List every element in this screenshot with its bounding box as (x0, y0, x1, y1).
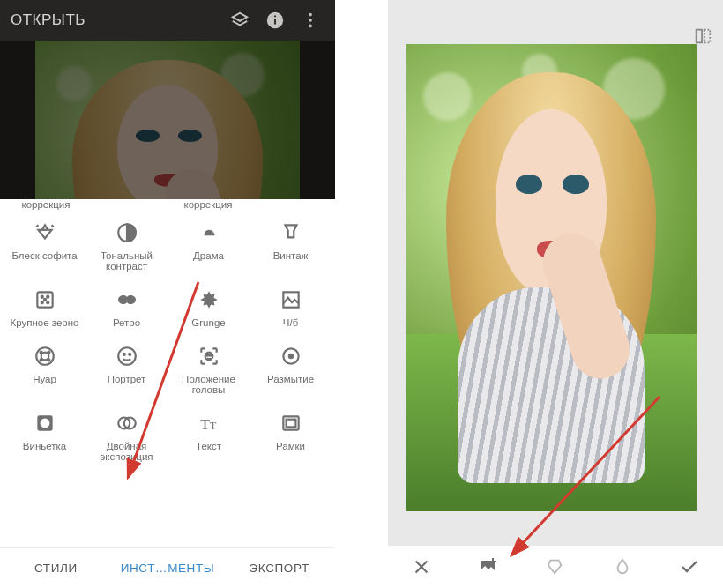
svg-point-19 (48, 359, 49, 361)
svg-point-14 (36, 347, 54, 365)
svg-point-18 (40, 359, 41, 361)
tools-screen: ОТКРЫТЬ коррекция коррекция (0, 0, 335, 588)
grain-icon (33, 287, 57, 312)
frames-icon (279, 411, 303, 435)
tool-grunge[interactable]: Grunge (168, 286, 250, 330)
tool-label: Текст (196, 441, 221, 451)
tool-bw[interactable]: Ч/б (250, 286, 332, 330)
blend-mode-button[interactable] (536, 547, 575, 586)
svg-point-16 (40, 352, 41, 354)
noir-icon (33, 344, 57, 368)
tool-noir[interactable]: Нуар (4, 342, 86, 397)
svg-point-8 (41, 296, 42, 298)
svg-point-27 (287, 354, 294, 360)
photo-frame[interactable] (406, 44, 697, 511)
svg-point-25 (209, 354, 211, 356)
tool-label: Рамки (276, 441, 305, 451)
opacity-button[interactable] (603, 547, 642, 586)
grunge-icon (197, 287, 221, 312)
partial-label: коррекция (169, 199, 247, 210)
tool-portrait[interactable]: Портрет (86, 342, 168, 397)
tool-label: Драма (193, 250, 224, 261)
canvas-area (388, 0, 723, 547)
tool-double-exposure[interactable]: Двойная экспозиция (86, 409, 168, 464)
main-photo (406, 44, 697, 511)
tool-label: Ретро (113, 317, 140, 328)
add-image-button[interactable] (469, 547, 508, 586)
tool-vignette[interactable]: Виньетка (4, 409, 86, 464)
svg-point-5 (309, 25, 312, 28)
tool-drama[interactable]: Драма (168, 219, 250, 273)
partial-row: коррекция коррекция (0, 199, 335, 217)
head-pose-icon (197, 344, 221, 368)
svg-rect-2 (274, 16, 276, 18)
double-exposure-icon (115, 411, 139, 435)
glow-icon (33, 220, 57, 245)
tool-label: Положение головы (168, 374, 250, 395)
tab-tools[interactable]: ИНСТ…МЕНТЫ (112, 548, 224, 588)
tool-vintage[interactable]: Винтаж (250, 219, 332, 273)
svg-point-24 (206, 354, 208, 356)
svg-point-3 (309, 13, 312, 17)
editor-toolbar (388, 546, 723, 588)
layers-icon[interactable] (222, 11, 257, 30)
svg-point-11 (47, 301, 48, 303)
tool-glamour-glow[interactable]: Блеск софита (4, 219, 86, 273)
bottom-tabs: СТИЛИ ИНСТ…МЕНТЫ ЭКСПОРТ (0, 547, 335, 588)
svg-point-22 (129, 354, 130, 355)
compare-icon[interactable] (693, 26, 712, 46)
tool-label: Блеск софита (11, 250, 77, 261)
tonal-contrast-icon (115, 220, 139, 245)
svg-point-10 (41, 301, 42, 303)
text-icon: TT (197, 411, 221, 435)
preview-photo (35, 41, 300, 199)
svg-point-21 (123, 354, 124, 355)
topbar: ОТКРЫТЬ (0, 0, 335, 41)
tool-label: Ч/б (283, 317, 298, 328)
open-button[interactable]: ОТКРЫТЬ (7, 11, 222, 29)
svg-text:T: T (200, 416, 210, 433)
svg-rect-36 (697, 30, 702, 43)
apply-button[interactable] (670, 547, 709, 586)
svg-point-29 (40, 419, 49, 428)
svg-rect-40 (489, 561, 496, 562)
portrait-icon (115, 344, 139, 368)
cancel-button[interactable] (402, 547, 441, 586)
svg-rect-1 (274, 19, 276, 24)
dimmed-preview (0, 41, 335, 199)
tool-retrolux[interactable]: Ретро (86, 286, 168, 330)
tab-styles[interactable]: СТИЛИ (0, 548, 112, 588)
tool-frames[interactable]: Рамки (250, 409, 332, 464)
tool-label: Двойная экспозиция (86, 441, 168, 462)
bw-icon (279, 287, 303, 312)
vignette-icon (33, 411, 57, 435)
tool-head-pose[interactable]: Положение головы (168, 342, 250, 397)
retro-icon (115, 287, 139, 312)
tool-label: Портрет (108, 374, 146, 384)
tool-grainy-film[interactable]: Крупное зерно (4, 286, 86, 330)
overflow-menu-icon[interactable] (293, 11, 328, 30)
svg-point-12 (43, 299, 45, 301)
partial-label: коррекция (7, 199, 85, 210)
tool-label: Размытие (267, 374, 314, 384)
double-exposure-screen (388, 0, 723, 588)
tool-text[interactable]: TT Текст (168, 409, 250, 464)
tool-label: Grunge (191, 317, 225, 328)
tool-tonal-contrast[interactable]: Тональный контраст (86, 219, 168, 273)
tools-panel: коррекция коррекция Блеск софита Тональн… (0, 199, 335, 547)
tool-blur[interactable]: Размытие (250, 342, 332, 397)
svg-point-9 (47, 296, 48, 298)
blur-icon (279, 344, 303, 368)
info-icon[interactable] (257, 11, 293, 30)
vintage-icon (279, 220, 303, 245)
tool-label: Нуар (33, 374, 56, 384)
tool-label: Крупное зерно (11, 317, 79, 328)
tab-export[interactable]: ЭКСПОРТ (223, 548, 335, 588)
tool-label: Тональный контраст (86, 250, 168, 272)
partial-label (88, 199, 166, 210)
tool-label: Виньетка (23, 441, 66, 451)
svg-text:T: T (210, 420, 217, 432)
tool-label: Винтаж (273, 250, 309, 261)
svg-rect-37 (704, 30, 710, 43)
svg-point-20 (118, 347, 136, 365)
